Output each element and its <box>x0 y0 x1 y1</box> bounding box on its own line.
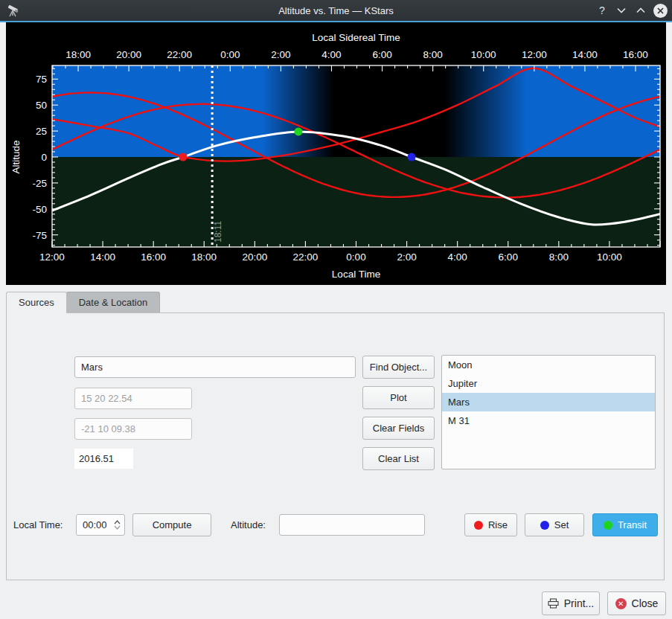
list-item[interactable]: Moon <box>442 356 655 374</box>
set-button-label: Set <box>554 519 569 530</box>
svg-text:18:00: 18:00 <box>191 251 217 263</box>
print-button[interactable]: Print... <box>542 591 600 615</box>
altitude-vs-time-dialog: Altitude vs. Time — KStars ? 18:1118:002… <box>0 0 672 619</box>
svg-text:2:00: 2:00 <box>271 49 290 60</box>
svg-text:8:00: 8:00 <box>549 251 569 263</box>
current-time-label: 18:11 <box>213 221 223 243</box>
spin-up-icon[interactable] <box>114 520 121 525</box>
minimize-button[interactable] <box>615 4 628 17</box>
set-marker <box>408 153 416 161</box>
svg-text:22:00: 22:00 <box>167 49 192 60</box>
svg-text:Altitude: Altitude <box>10 140 22 173</box>
rise-marker <box>179 153 187 161</box>
svg-text:0:00: 0:00 <box>346 251 365 263</box>
set-dot-icon <box>540 521 549 530</box>
transit-marker <box>294 127 302 135</box>
ra-input: 15 20 22.54 <box>74 388 192 409</box>
local-time-label: Local Time: <box>13 519 63 530</box>
find-object-button[interactable]: Find Object... <box>362 356 435 379</box>
local-time-value[interactable]: 00:00 <box>77 519 109 530</box>
dec-input: -21 10 09.38 <box>74 418 192 440</box>
svg-text:0: 0 <box>41 152 47 163</box>
close-button-label: Close <box>632 597 659 609</box>
svg-text:2:00: 2:00 <box>397 251 416 263</box>
close-button[interactable]: ✕ Close <box>607 591 666 615</box>
list-item[interactable]: Jupiter <box>442 374 655 393</box>
svg-text:4:00: 4:00 <box>448 251 467 263</box>
altitude-vs-time-plot: 18:1118:0020:0022:000:002:004:006:008:00… <box>6 22 666 285</box>
svg-text:14:00: 14:00 <box>90 251 115 263</box>
svg-text:22:00: 22:00 <box>293 251 319 263</box>
close-dialog-icon: ✕ <box>615 598 627 609</box>
rise-button[interactable]: Rise <box>464 513 517 536</box>
svg-text:18:00: 18:00 <box>65 49 91 60</box>
svg-text:20:00: 20:00 <box>116 49 141 60</box>
clear-fields-button[interactable]: Clear Fields <box>362 417 435 440</box>
svg-text:6:00: 6:00 <box>372 49 391 60</box>
plot-button[interactable]: Plot <box>362 386 435 409</box>
svg-text:20:00: 20:00 <box>242 251 267 263</box>
altitude-label: Altitude: <box>231 519 266 530</box>
list-item[interactable]: M 31 <box>442 411 655 430</box>
svg-text:10:00: 10:00 <box>471 49 496 60</box>
transit-button[interactable]: Transit <box>592 513 658 536</box>
clear-list-button[interactable]: Clear List <box>362 447 435 470</box>
tab-sources[interactable]: Sources <box>6 292 67 313</box>
svg-text:10:00: 10:00 <box>597 251 622 263</box>
local-time-spinbox[interactable]: 00:00 <box>76 514 125 536</box>
svg-text:-25: -25 <box>32 178 47 189</box>
help-button[interactable]: ? <box>595 4 609 16</box>
svg-text:16:00: 16:00 <box>623 49 648 60</box>
object-list[interactable]: MoonJupiterMarsM 31 <box>441 355 656 469</box>
svg-text:4:00: 4:00 <box>321 49 341 60</box>
svg-text:16:00: 16:00 <box>141 251 166 263</box>
rise-button-label: Rise <box>488 519 508 530</box>
list-item[interactable]: Mars <box>442 393 655 411</box>
tab-date-location[interactable]: Date & Location <box>66 292 161 313</box>
compute-button[interactable]: Compute <box>132 513 211 536</box>
spin-down-icon[interactable] <box>114 525 121 530</box>
svg-text:0:00: 0:00 <box>220 49 240 60</box>
name-input[interactable]: Mars <box>74 356 356 378</box>
altitude-input[interactable] <box>279 514 425 536</box>
svg-text:12:00: 12:00 <box>39 251 65 263</box>
altitude-chart-panel: 18:1118:0020:0022:000:002:004:006:008:00… <box>6 22 666 285</box>
svg-text:Local Time: Local Time <box>332 269 380 280</box>
svg-text:8:00: 8:00 <box>423 49 443 60</box>
svg-text:Local Sidereal Time: Local Sidereal Time <box>312 32 400 43</box>
window-title: Altitude vs. Time — KStars <box>0 5 672 16</box>
svg-text:25: 25 <box>36 126 47 137</box>
tabbar: Sources Date & Location <box>6 292 159 313</box>
set-button[interactable]: Set <box>525 513 584 536</box>
svg-text:50: 50 <box>36 100 47 111</box>
svg-text:6:00: 6:00 <box>499 251 518 263</box>
titlebar: Altitude vs. Time — KStars ? <box>0 0 672 21</box>
close-window-button[interactable] <box>653 4 668 18</box>
transit-button-label: Transit <box>618 519 647 530</box>
svg-text:14:00: 14:00 <box>572 49 598 60</box>
svg-text:-75: -75 <box>32 230 47 241</box>
svg-text:75: 75 <box>36 74 47 85</box>
rise-dot-icon <box>474 521 483 530</box>
printer-icon <box>548 598 559 609</box>
transit-dot-icon <box>604 521 612 530</box>
svg-text:-50: -50 <box>32 204 47 215</box>
equinox-value: 2016.51 <box>74 449 133 469</box>
svg-text:12:00: 12:00 <box>522 49 547 60</box>
maximize-button[interactable] <box>634 4 647 17</box>
print-button-label: Print... <box>564 597 594 609</box>
